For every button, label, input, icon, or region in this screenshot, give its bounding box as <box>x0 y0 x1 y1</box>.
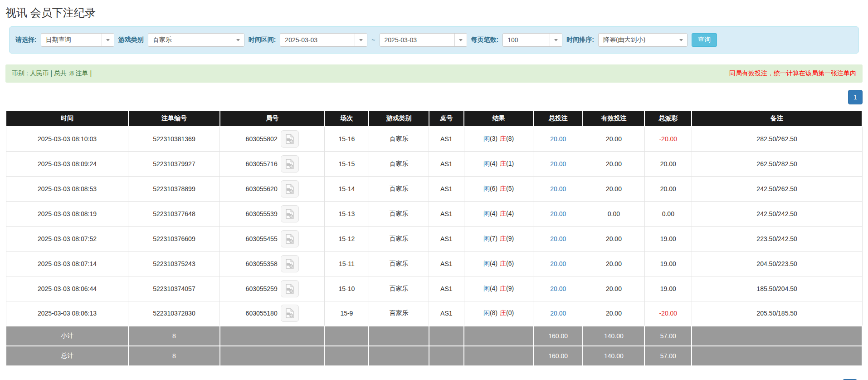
cell-valid-bet: 20.00 <box>583 126 644 151</box>
total-bet-link[interactable]: 20.00 <box>550 160 566 168</box>
total-bet-link[interactable]: 20.00 <box>550 310 566 317</box>
column-header-6: 结果 <box>464 110 533 126</box>
cell-game-type: 百家乐 <box>369 276 429 301</box>
cell-bet-id: 522310375243 <box>128 251 220 276</box>
table-row: 2025-03-03 08:07:52 522310376609 6030554… <box>6 226 862 251</box>
date-from-select[interactable]: 2025-03-03 <box>280 33 367 47</box>
table-row: 2025-03-03 08:09:24 522310379927 6030557… <box>6 151 862 176</box>
table-row: 2025-03-03 08:06:13 522310372830 6030551… <box>6 301 862 326</box>
cell-game-type: 百家乐 <box>369 201 429 226</box>
cell-valid-bet: 20.00 <box>583 226 644 251</box>
table-row: 2025-03-03 08:06:44 522310374057 6030552… <box>6 276 862 301</box>
cell-round: 603055620 <box>220 176 324 201</box>
chevron-down-icon <box>550 34 562 46</box>
cell-payout: 19.00 <box>644 251 692 276</box>
date-to-select[interactable]: 2025-03-03 <box>380 33 467 47</box>
cell-session: 15-13 <box>324 201 369 226</box>
cell-result: 闲(6)庄(5) <box>464 176 533 201</box>
cell-total-bet: 20.00 <box>533 176 583 201</box>
cell-table-no: AS1 <box>429 176 464 201</box>
result-player: 闲 <box>483 309 490 316</box>
video-replay-button[interactable] <box>281 205 299 222</box>
cell-remark: 282.50/262.50 <box>692 126 862 151</box>
video-replay-button[interactable] <box>281 230 299 247</box>
video-file-icon <box>285 159 294 169</box>
cell-result: 闲(8)庄(0) <box>464 301 533 326</box>
column-header-0: 时间 <box>6 110 128 126</box>
cell-session: 15-11 <box>324 251 369 276</box>
query-type-value: 日期查询 <box>41 34 102 46</box>
table-header-row: 时间注单编号局号场次游戏类别桌号结果总投注有效投注总派彩备注 <box>6 110 862 126</box>
summary-bar: 币别 : 人民币 | 总共 :8 注单 | 同局有效投注，统一计算在该局第一张注… <box>5 64 863 83</box>
subtotal-count: 8 <box>128 326 220 346</box>
per-page-select[interactable]: 100 <box>502 33 562 47</box>
cell-time: 2025-03-03 08:10:03 <box>6 126 128 151</box>
total-bet-link[interactable]: 20.00 <box>550 235 566 242</box>
cell-round: 603055716 <box>220 151 324 176</box>
cell-session: 15-16 <box>324 126 369 151</box>
search-button[interactable]: 查询 <box>692 33 717 47</box>
cell-time: 2025-03-03 08:09:24 <box>6 151 128 176</box>
cell-game-type: 百家乐 <box>369 176 429 201</box>
grand-total-valid-bet: 140.00 <box>583 346 644 366</box>
cell-time: 2025-03-03 08:08:53 <box>6 176 128 201</box>
result-banker: 庄 <box>500 185 506 192</box>
page-button-1[interactable]: 1 <box>848 90 863 104</box>
cell-payout: 19.00 <box>644 226 692 251</box>
video-file-icon <box>285 259 294 269</box>
column-header-7: 总投注 <box>533 110 583 126</box>
cell-bet-id: 522310378899 <box>128 176 220 201</box>
query-type-select[interactable]: 日期查询 <box>41 33 114 47</box>
cell-table-no: AS1 <box>429 126 464 151</box>
chevron-down-icon <box>355 34 367 46</box>
cell-bet-id: 522310372830 <box>128 301 220 326</box>
result-banker: 庄 <box>500 210 506 217</box>
column-header-3: 场次 <box>324 110 369 126</box>
total-bet-link[interactable]: 20.00 <box>550 210 566 217</box>
video-replay-button[interactable] <box>281 255 299 272</box>
cell-table-no: AS1 <box>429 226 464 251</box>
cell-table-no: AS1 <box>429 251 464 276</box>
cell-total-bet: 20.00 <box>533 301 583 326</box>
grand-total-row: 总计 8 160.00 140.00 57.00 <box>6 346 862 366</box>
result-player: 闲 <box>483 160 490 167</box>
table-row: 2025-03-03 08:07:14 522310375243 6030553… <box>6 251 862 276</box>
total-bet-link[interactable]: 20.00 <box>550 185 566 192</box>
video-file-icon <box>285 308 294 318</box>
cell-result: 闲(4)庄(1) <box>464 151 533 176</box>
cell-remark: 204.50/223.50 <box>692 251 862 276</box>
subtotal-row: 小计 8 160.00 140.00 57.00 <box>6 326 862 346</box>
video-replay-button[interactable] <box>281 180 299 197</box>
pagination-top: 1 <box>5 90 863 104</box>
video-replay-button[interactable] <box>281 280 299 297</box>
sort-select[interactable]: 降幂(由大到小) <box>598 33 688 47</box>
cell-remark: 185.50/204.50 <box>692 276 862 301</box>
sort-label: 时间排序: <box>566 36 594 44</box>
cell-remark: 242.50/262.50 <box>692 176 862 201</box>
video-replay-button[interactable] <box>281 130 299 148</box>
total-bet-link[interactable]: 20.00 <box>550 260 566 267</box>
table-body: 2025-03-03 08:10:03 522310381369 6030558… <box>6 126 862 326</box>
cell-round: 603055455 <box>220 226 324 251</box>
cell-bet-id: 522310376609 <box>128 226 220 251</box>
cell-total-bet: 20.00 <box>533 251 583 276</box>
video-replay-button[interactable] <box>281 155 299 173</box>
game-type-select[interactable]: 百家乐 <box>148 33 244 47</box>
cell-session: 15-9 <box>324 301 369 326</box>
cell-payout: 0.00 <box>644 201 692 226</box>
cell-table-no: AS1 <box>429 276 464 301</box>
cell-valid-bet: 0.00 <box>583 201 644 226</box>
subtotal-label: 小计 <box>6 326 128 346</box>
cell-round: 603055180 <box>220 301 324 326</box>
total-bet-link[interactable]: 20.00 <box>550 285 566 292</box>
game-type-label: 游戏类别 <box>118 36 144 44</box>
result-banker: 庄 <box>500 135 506 142</box>
column-header-5: 桌号 <box>429 110 464 126</box>
total-bet-link[interactable]: 20.00 <box>550 135 566 143</box>
chevron-down-icon <box>102 34 114 46</box>
column-header-2: 局号 <box>220 110 324 126</box>
per-page-value: 100 <box>503 34 550 46</box>
video-replay-button[interactable] <box>281 305 299 322</box>
cell-result: 闲(4)庄(4) <box>464 201 533 226</box>
date-to-value: 2025-03-03 <box>380 34 454 46</box>
